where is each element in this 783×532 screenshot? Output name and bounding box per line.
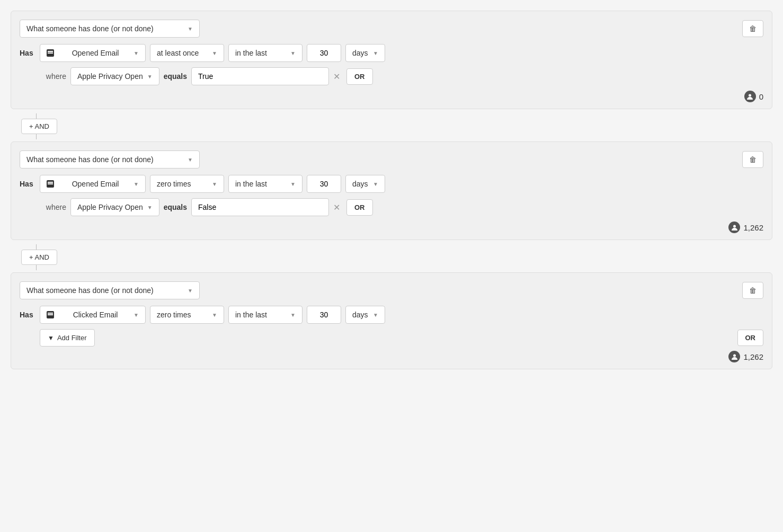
time-qualifier-select-2[interactable]: in the last ▼ xyxy=(228,175,302,193)
condition-type-select-2[interactable]: What someone has done (or not done) ▼ xyxy=(20,150,200,169)
count-row-1: 0 xyxy=(20,91,763,102)
number-input-2[interactable] xyxy=(307,175,341,193)
add-filter-button-3[interactable]: ▼ Add Filter xyxy=(40,329,95,347)
filter-icon-3: ▼ xyxy=(48,334,54,342)
frequency-select-2[interactable]: zero times ▼ xyxy=(150,175,224,193)
and-line-bottom-1 xyxy=(36,134,37,139)
count-row-2: 1,262 xyxy=(20,221,763,233)
event-chevron-3: ▼ xyxy=(134,312,139,318)
number-input-3[interactable] xyxy=(307,306,341,324)
and-connector-1: + AND xyxy=(21,113,772,139)
event-chevron-2: ▼ xyxy=(134,181,139,187)
clear-value-button-2[interactable]: ✕ xyxy=(331,201,342,214)
time-qualifier-chevron-1: ▼ xyxy=(290,50,296,56)
value-input-1[interactable] xyxy=(191,67,329,85)
frequency-chevron-1: ▼ xyxy=(212,50,217,56)
number-input-1[interactable] xyxy=(307,44,341,62)
and-line-top-1 xyxy=(36,113,37,119)
or-button-2[interactable]: OR xyxy=(346,199,373,216)
or-button-1[interactable]: OR xyxy=(346,68,373,85)
where-label-2: where xyxy=(40,203,66,211)
and-line-bottom-2 xyxy=(36,265,37,270)
and-button-2[interactable]: + AND xyxy=(21,250,57,265)
value-input-container-2: ✕ xyxy=(191,198,342,216)
filter-property-select-2[interactable]: Apple Privacy Open ▼ xyxy=(70,198,159,216)
delete-button-3[interactable]: 🗑 xyxy=(742,282,763,299)
event-chevron-1: ▼ xyxy=(134,50,139,56)
delete-button-1[interactable]: 🗑 xyxy=(742,20,763,37)
clear-value-button-1[interactable]: ✕ xyxy=(331,70,342,83)
or-button-3[interactable]: OR xyxy=(737,330,764,346)
filter-property-chevron-2: ▼ xyxy=(147,205,153,210)
delete-button-2[interactable]: 🗑 xyxy=(742,151,763,168)
filter-property-chevron-1: ▼ xyxy=(147,74,153,79)
frequency-select-3[interactable]: zero times ▼ xyxy=(150,306,224,324)
unit-chevron-3: ▼ xyxy=(373,312,378,318)
time-qualifier-chevron-2: ▼ xyxy=(290,181,296,187)
add-filter-label-3: Add Filter xyxy=(57,334,87,342)
event-label-3: Clicked Email xyxy=(73,311,118,319)
filter-property-select-1[interactable]: Apple Privacy Open ▼ xyxy=(70,67,159,85)
event-label-2: Opened Email xyxy=(72,180,119,188)
condition-type-container-2: What someone has done (or not done) ▼ xyxy=(20,150,200,169)
trash-icon-1: 🗑 xyxy=(749,24,757,33)
unit-chevron-2: ▼ xyxy=(373,181,378,187)
condition-type-select-3[interactable]: What someone has done (or not done) ▼ xyxy=(20,281,200,299)
event-icon-2 xyxy=(47,180,54,188)
time-qualifier-label-2: in the last xyxy=(235,180,267,188)
and-button-1[interactable]: + AND xyxy=(21,119,57,134)
time-qualifier-label-3: in the last xyxy=(235,311,267,319)
frequency-label-2: zero times xyxy=(157,180,191,188)
person-icon-2 xyxy=(728,221,740,233)
count-row-3: 1,262 xyxy=(20,351,763,362)
chevron-down-icon-2: ▼ xyxy=(188,157,193,163)
time-qualifier-select-3[interactable]: in the last ▼ xyxy=(228,306,302,324)
svg-point-1 xyxy=(733,225,736,227)
unit-label-1: days xyxy=(352,49,368,57)
svg-point-0 xyxy=(749,94,751,96)
frequency-select-1[interactable]: at least once ▼ xyxy=(150,44,224,62)
unit-select-2[interactable]: days ▼ xyxy=(345,175,385,193)
condition-type-label-3: What someone has done (or not done) xyxy=(26,286,154,295)
frequency-label-1: at least once xyxy=(157,49,199,57)
condition-type-label-2: What someone has done (or not done) xyxy=(26,155,154,164)
has-row-1: Has Opened Email ▼ at least once ▼ in th… xyxy=(20,44,763,62)
condition-type-container-3: What someone has done (or not done) ▼ xyxy=(20,281,200,299)
event-icon-1 xyxy=(47,49,54,57)
condition-type-container-1: What someone has done (or not done) ▼ xyxy=(20,20,200,38)
condition-header-3: What someone has done (or not done) ▼ 🗑 xyxy=(20,281,763,299)
condition-header-2: What someone has done (or not done) ▼ 🗑 xyxy=(20,150,763,169)
value-input-container-1: ✕ xyxy=(191,67,342,85)
event-label-1: Opened Email xyxy=(72,49,119,57)
unit-chevron-1: ▼ xyxy=(373,50,378,56)
filter-property-label-1: Apple Privacy Open xyxy=(77,72,143,81)
time-qualifier-select-1[interactable]: in the last ▼ xyxy=(228,44,302,62)
has-row-3: Has Clicked Email ▼ zero times ▼ in the … xyxy=(20,306,763,324)
unit-select-3[interactable]: days ▼ xyxy=(345,306,385,324)
add-filter-row-3: ▼ Add Filter OR xyxy=(40,329,763,347)
chevron-down-icon-1: ▼ xyxy=(188,26,193,32)
count-number-2: 1,262 xyxy=(743,223,763,232)
value-input-2[interactable] xyxy=(191,198,329,216)
equals-label-1: equals xyxy=(164,72,187,81)
event-select-3[interactable]: Clicked Email ▼ xyxy=(40,306,146,324)
count-number-1: 0 xyxy=(759,92,763,101)
chevron-down-icon-3: ▼ xyxy=(188,288,193,294)
event-icon-3 xyxy=(47,311,54,318)
where-label-1: where xyxy=(40,72,66,81)
event-select-1[interactable]: Opened Email ▼ xyxy=(40,44,146,62)
where-row-1: where Apple Privacy Open ▼ equals ✕ OR xyxy=(40,67,763,85)
has-row-2: Has Opened Email ▼ zero times ▼ in the l… xyxy=(20,175,763,193)
event-select-2[interactable]: Opened Email ▼ xyxy=(40,175,146,193)
frequency-chevron-2: ▼ xyxy=(212,181,217,187)
condition-type-select-1[interactable]: What someone has done (or not done) ▼ xyxy=(20,20,200,38)
condition-type-label-1: What someone has done (or not done) xyxy=(26,24,154,33)
has-label-2: Has xyxy=(20,180,35,188)
person-icon-3 xyxy=(728,351,740,362)
trash-icon-2: 🗑 xyxy=(749,155,757,164)
frequency-chevron-3: ▼ xyxy=(212,312,217,318)
condition-block-3: What someone has done (or not done) ▼ 🗑 … xyxy=(11,272,772,369)
condition-block-2: What someone has done (or not done) ▼ 🗑 … xyxy=(11,141,772,240)
unit-select-1[interactable]: days ▼ xyxy=(345,44,385,62)
trash-icon-3: 🗑 xyxy=(749,286,757,295)
